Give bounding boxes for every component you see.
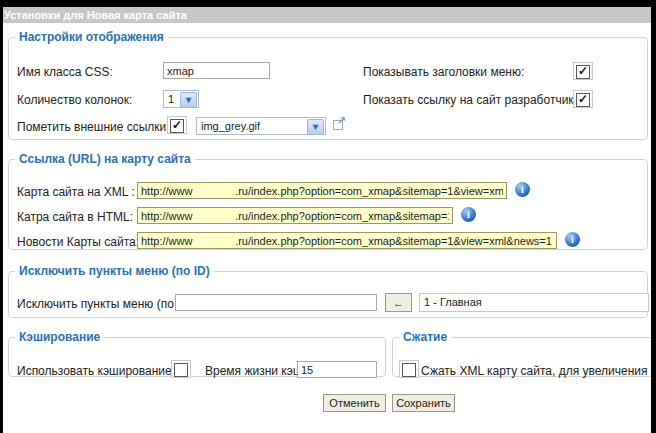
html-url-label: Катра сайта в HTML:	[17, 210, 133, 224]
html-url-input[interactable]	[137, 207, 453, 224]
menu-item-option[interactable]: 1 - Главная	[424, 296, 482, 308]
external-link-icon[interactable]: ↗	[333, 118, 345, 130]
caching-legend: Кэширование	[15, 330, 104, 344]
frame-left-edge	[0, 0, 3, 433]
compression-legend: Сжатие	[399, 330, 451, 344]
exclude-menu-input[interactable]	[175, 294, 377, 311]
compression-section: Сжатие Сжать XML карту сайта, для увелич…	[392, 330, 656, 377]
compress-xml-checkbox[interactable]	[399, 360, 419, 378]
css-class-label: Имя класса CSS:	[17, 65, 113, 79]
external-image-select[interactable]: img_grey.gif ▾	[196, 117, 326, 135]
frame-right-edge	[651, 0, 656, 433]
use-cache-label: Использовать кэширование:	[17, 364, 175, 378]
news-url-label: Новости Карты сайта:	[17, 235, 139, 249]
dialog-titlebar: Установки для Новая карта сайта	[0, 7, 656, 23]
xml-url-label: Карта сайта на XML :	[17, 185, 135, 199]
exclude-menu-legend: Исключить пункты меню (по ID)	[15, 264, 214, 278]
settings-dialog: Установки для Новая карта сайта Настройк…	[0, 0, 656, 433]
chevron-down-icon: ▾	[307, 119, 324, 135]
columns-label: Количество колонок:	[17, 93, 132, 107]
sitemap-url-legend: Ссылка (URL) на карту сайта	[15, 152, 195, 166]
frame-top-edge	[0, 0, 656, 7]
move-left-arrow-button[interactable]: ←	[385, 293, 412, 312]
show-menu-titles-label: Показывать заголовки меню:	[363, 65, 524, 79]
cancel-button[interactable]: Отменить	[323, 394, 386, 412]
sitemap-url-section: Ссылка (URL) на карту сайта Карта сайта …	[8, 152, 648, 250]
mark-external-checkbox[interactable]: ✓	[167, 116, 187, 134]
news-url-input[interactable]	[137, 232, 557, 249]
compress-xml-label: Сжать XML карту сайта, для увеличения пр…	[421, 364, 656, 378]
show-menu-titles-checkbox[interactable]: ✓	[573, 62, 593, 80]
show-dev-link-label: Показать ссылку на сайт разработчика:	[363, 93, 584, 107]
columns-select-value: 1	[168, 93, 174, 105]
exclude-menu-section: Исключить пункты меню (по ID) Исключить …	[8, 264, 648, 318]
checkmark-icon: ✓	[578, 92, 588, 106]
dialog-title: Установки для Новая карта сайта	[4, 9, 187, 21]
exclude-menu-label: Исключить пункты меню (по ID):	[17, 297, 196, 311]
css-class-input[interactable]	[163, 62, 270, 79]
use-cache-checkbox[interactable]	[171, 360, 191, 378]
info-icon[interactable]: i	[461, 207, 476, 222]
show-dev-link-checkbox[interactable]: ✓	[573, 90, 593, 108]
cache-lifetime-input[interactable]	[297, 361, 377, 378]
caching-section: Кэширование Использовать кэширование: Вр…	[8, 330, 386, 377]
info-icon[interactable]: i	[565, 232, 580, 247]
menu-items-listbox[interactable]: 1 - Главная	[419, 293, 649, 312]
checkmark-icon: ✓	[172, 118, 182, 132]
columns-select[interactable]: 1 ▾	[163, 90, 199, 108]
save-button[interactable]: Сохранить	[392, 394, 455, 412]
checkmark-icon: ✓	[578, 64, 588, 78]
display-settings-legend: Настройки отображения	[15, 30, 168, 44]
xml-url-input[interactable]	[137, 182, 507, 199]
chevron-down-icon: ▾	[180, 92, 197, 108]
mark-external-label: Пометить внешние ссылки:	[17, 120, 170, 134]
info-icon[interactable]: i	[515, 182, 530, 197]
display-settings-section: Настройки отображения Имя класса CSS: По…	[8, 30, 648, 140]
external-image-select-value: img_grey.gif	[201, 120, 260, 132]
